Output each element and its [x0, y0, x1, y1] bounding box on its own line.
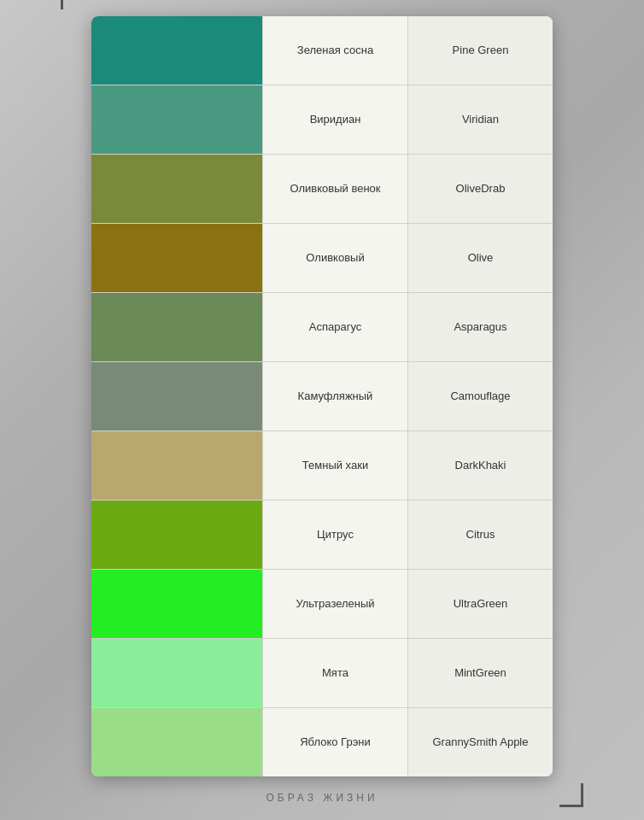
table-row: Зеленая соснаPine Green [91, 16, 553, 85]
color-name-en: Asparagus [407, 293, 553, 361]
color-card: Зеленая соснаPine GreenВиридианViridianО… [91, 16, 553, 776]
color-name-en: OliveDrab [407, 155, 553, 223]
corner-bracket-tl [61, 0, 85, 9]
card-inner: Зеленая соснаPine GreenВиридианViridianО… [91, 16, 553, 776]
color-name-en: DarkKhaki [407, 431, 553, 500]
color-name-ru: Оливковый венок [262, 155, 407, 223]
color-swatch [91, 293, 262, 361]
color-name-en: Pine Green [407, 16, 553, 85]
color-swatch [91, 362, 262, 430]
table-row: УльтразеленыйUltraGreen [91, 570, 553, 639]
color-name-ru: Оливковый [262, 224, 407, 292]
color-name-ru: Ультразеленый [262, 570, 407, 638]
color-name-ru: Камуфляжный [262, 362, 407, 430]
table-row: Яблоко ГрэниGrannySmith Apple [91, 708, 553, 776]
color-name-en: GrannySmith Apple [407, 708, 553, 776]
color-name-ru: Аспарагус [262, 293, 407, 361]
footer-text: ОБРАЗ ЖИЗНИ [266, 792, 378, 804]
color-name-ru: Виридиан [262, 85, 407, 154]
color-swatch [91, 639, 262, 707]
table-row: Оливковый венокOliveDrab [91, 155, 553, 224]
color-name-ru: Цитрус [262, 501, 407, 569]
color-name-en: Olive [407, 224, 553, 292]
color-name-ru: Темный хаки [262, 431, 407, 500]
table-row: КамуфляжныйCamouflage [91, 362, 553, 431]
color-name-en: Citrus [407, 501, 553, 569]
table-row: ОливковыйOlive [91, 224, 553, 293]
color-swatch [91, 16, 262, 85]
color-name-en: Viridian [407, 85, 553, 154]
table-row: Темный хакиDarkKhaki [91, 431, 553, 501]
color-name-en: Camouflage [407, 362, 553, 430]
color-swatch [91, 501, 262, 569]
table-row: ЦитрусCitrus [91, 501, 553, 570]
table-row: АспарагусAsparagus [91, 293, 553, 362]
table-row: ВиридианViridian [91, 85, 553, 155]
page-wrapper: Зеленая соснаPine GreenВиридианViridianО… [91, 16, 553, 804]
color-name-en: UltraGreen [407, 570, 553, 638]
color-name-ru: Мята [262, 639, 407, 707]
table-row: МятаMintGreen [91, 639, 553, 708]
color-swatch [91, 155, 262, 223]
color-swatch [91, 431, 262, 500]
corner-bracket-br [559, 783, 583, 807]
color-swatch [91, 224, 262, 292]
color-name-ru: Зеленая сосна [262, 16, 407, 85]
color-name-en: MintGreen [407, 639, 553, 707]
color-swatch [91, 570, 262, 638]
color-name-ru: Яблоко Грэни [262, 708, 407, 776]
color-swatch [91, 708, 262, 776]
color-swatch [91, 85, 262, 154]
